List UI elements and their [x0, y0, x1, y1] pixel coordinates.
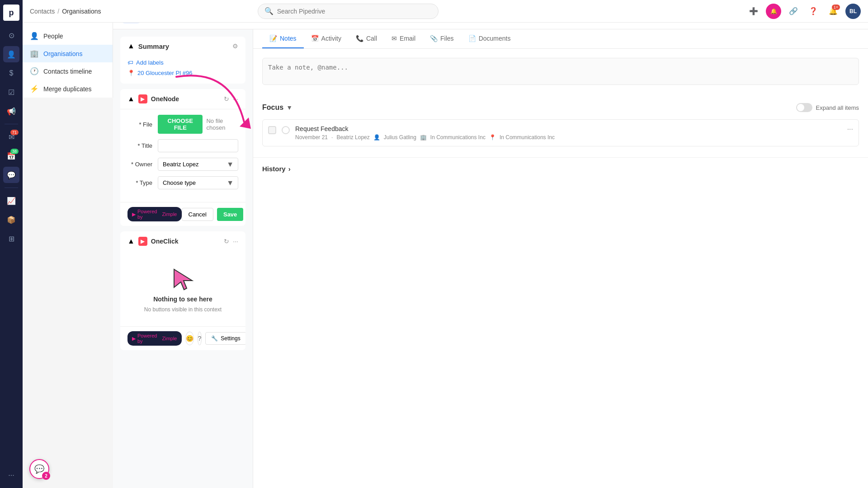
search-bar[interactable]: 🔍 [258, 4, 439, 19]
history-section: History › [253, 158, 868, 180]
sidebar-icon-rail: p ⊙ 👤 $ ☑ 📢 ✉ 71 📅 38 💬 📈 📦 ⊞ ··· [0, 0, 23, 488]
oneclick-title: OneClick [151, 238, 220, 245]
help-icon[interactable]: ❓ [806, 4, 821, 19]
activity-org2: In Communications Inc [500, 134, 555, 141]
type-select[interactable]: Choose type [158, 176, 238, 189]
currency-icon[interactable]: $ [3, 65, 19, 81]
header-actions: ➕ 🔔 🔗 ❓ 🔔 1+ BL [746, 4, 861, 19]
files-tab-icon: 📎 [430, 35, 438, 42]
owner-form-row: * Owner Beatriz Lopez ▼ [127, 158, 238, 171]
person-icon: 👤 [373, 134, 380, 141]
oneclick-icon: ▶ [138, 237, 147, 246]
zimple-badge: ▶ Powered by Zimple [127, 207, 182, 221]
chart-icon[interactable]: 📈 [3, 192, 19, 209]
home-icon[interactable]: ⊙ [3, 27, 19, 43]
oneclick-collapse-icon: ▲ [127, 237, 135, 245]
sidebar-item-organisations[interactable]: 🏢 Organisations [23, 45, 113, 62]
add-button[interactable]: ➕ [746, 4, 761, 19]
owner-select-wrapper: Beatriz Lopez ▼ [158, 158, 238, 171]
oneclick-emoji-icon[interactable]: 😊 [185, 332, 194, 345]
focus-section: Focus ▼ Expand all items [253, 96, 868, 158]
history-title[interactable]: History › [262, 165, 859, 173]
oneclick-empty-icon [170, 265, 197, 292]
activity-check-icon[interactable] [268, 126, 276, 134]
sidebar-item-contacts-timeline-label: Contacts timeline [43, 68, 92, 75]
location-icon: 📍 [127, 70, 135, 76]
tab-notes[interactable]: 📝 Notes [262, 29, 304, 48]
cube-icon[interactable]: 📦 [3, 211, 19, 228]
notification-icon[interactable]: 🔔 [766, 4, 781, 19]
activity-dot-sep: · [331, 134, 333, 141]
calendar-icon[interactable]: 📅 38 [3, 148, 19, 164]
type-label: * Type [127, 179, 152, 186]
title-input[interactable] [158, 139, 238, 152]
owner-select[interactable]: Beatriz Lopez [158, 158, 238, 171]
search-input[interactable] [277, 8, 432, 15]
focus-chevron-icon[interactable]: ▼ [286, 104, 292, 111]
oneclick-more-icon[interactable]: ··· [233, 238, 238, 245]
app-logo[interactable]: p [3, 5, 19, 21]
oneclick-help-icon[interactable]: ? [198, 332, 202, 345]
sidebar-item-people[interactable]: 👤 People [23, 27, 113, 45]
mail-icon[interactable]: ✉ 71 [3, 129, 19, 145]
title-label: * Title [127, 142, 152, 149]
summary-header[interactable]: ▲ Summary ⚙ [120, 37, 245, 56]
tab-files[interactable]: 📎 Files [423, 29, 461, 48]
sidebar-divider [5, 124, 18, 124]
breadcrumb-parent[interactable]: Contacts [30, 8, 55, 15]
chat-button[interactable]: 💬 2 [29, 459, 49, 479]
oneclick-body: Nothing to see here No buttons visible i… [120, 251, 245, 326]
organisations-icon: 🏢 [30, 49, 39, 58]
activity-circle-checkbox[interactable] [282, 126, 290, 134]
address-link[interactable]: 📍 20 Gloucester Pl #96 [127, 70, 238, 76]
activity-date: November 21 [295, 134, 328, 141]
share-icon[interactable]: 🔗 [786, 4, 801, 19]
contacts-icon[interactable]: 👤 [3, 46, 19, 62]
oneclick-actions: ↻ ··· [224, 238, 238, 245]
activity-more-button[interactable]: ··· [847, 125, 853, 133]
no-file-text: No file chosen [206, 117, 238, 131]
onenode-title: OneNode [151, 95, 220, 103]
user-avatar[interactable]: BL [845, 4, 861, 19]
cancel-button[interactable]: Cancel [182, 208, 213, 221]
save-button[interactable]: Save [217, 208, 243, 221]
tab-documents[interactable]: 📄 Documents [461, 29, 518, 48]
onenode-more-icon[interactable]: ··· [233, 95, 238, 103]
note-input[interactable] [262, 58, 859, 85]
sidebar-item-merge-duplicates[interactable]: ⚡ Merge duplicates [23, 80, 113, 98]
more-icon[interactable]: ··· [3, 467, 19, 483]
settings-gear-icon: 🔧 [211, 335, 218, 342]
onenode-refresh-icon[interactable]: ↻ [224, 95, 229, 103]
title-form-row: * Title [127, 139, 238, 152]
owner-form-label: * Owner [127, 161, 152, 168]
tasks-icon[interactable]: ☑ [3, 84, 19, 100]
settings-button[interactable]: 🔧 Settings [205, 332, 245, 345]
expand-all-toggle[interactable] [796, 103, 812, 112]
sidebar-item-merge-duplicates-label: Merge duplicates [43, 85, 92, 93]
summary-title: Summary [138, 42, 229, 50]
chat-icon[interactable]: 💬 [3, 167, 19, 183]
notification-bell-icon[interactable]: 🔔 1+ [826, 4, 841, 19]
add-label-link[interactable]: 🏷 Add labels [127, 59, 238, 66]
left-detail-panel: ▲ Summary ⚙ 🏷 Add labels 📍 20 Gloucester… [113, 29, 253, 488]
call-tab-icon: 📞 [356, 35, 363, 42]
onenode-footer-actions: Cancel Save [182, 208, 244, 221]
choose-file-button[interactable]: CHOOSE FILE [158, 115, 203, 134]
top-header: Contacts / Organisations 🔍 ➕ 🔔 🔗 ❓ 🔔 1+ … [23, 0, 868, 23]
type-form-row: * Type Choose type ▼ [127, 176, 238, 189]
zimple-play-icon: ▶ [132, 211, 136, 217]
focus-title: Focus ▼ [262, 103, 292, 112]
grid-icon[interactable]: ⊞ [3, 230, 19, 247]
summary-gear-icon[interactable]: ⚙ [232, 42, 238, 50]
chat-badge: 2 [42, 472, 50, 480]
oneclick-nothing-sub: No buttons visible in this context [144, 306, 222, 313]
people-icon: 👤 [30, 32, 39, 40]
megaphone-icon[interactable]: 📢 [3, 103, 19, 119]
tab-call[interactable]: 📞 Call [349, 29, 384, 48]
oneclick-header: ▲ ▶ OneClick ↻ ··· [120, 231, 245, 251]
expand-toggle: Expand all items [796, 103, 859, 112]
tab-activity[interactable]: 📅 Activity [304, 29, 349, 48]
oneclick-refresh-icon[interactable]: ↻ [224, 238, 229, 245]
sidebar-item-contacts-timeline[interactable]: 🕐 Contacts timeline [23, 62, 113, 80]
tab-email[interactable]: ✉ Email [384, 29, 423, 48]
